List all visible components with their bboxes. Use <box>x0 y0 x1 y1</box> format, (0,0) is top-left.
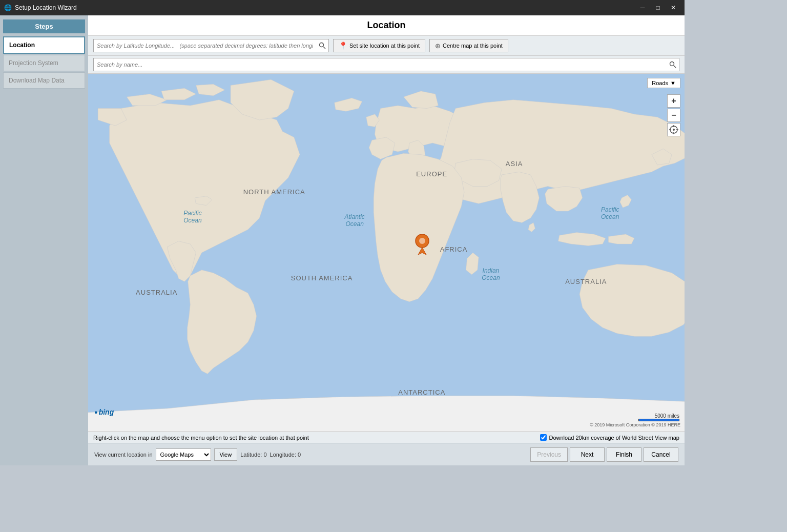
app-icon: 🌐 <box>4 4 12 11</box>
previous-button[interactable]: Previous <box>530 447 568 462</box>
zoom-in-button[interactable]: + <box>667 94 680 108</box>
set-site-button[interactable]: 📍 Set site location at this point <box>333 39 425 52</box>
sidebar: Steps Location Projection System Downloa… <box>0 15 88 465</box>
bing-logo: ● bing <box>94 408 114 416</box>
view-select[interactable]: Google MapsBing MapsOpenStreetMap <box>156 448 211 461</box>
locate-icon <box>669 125 678 134</box>
search-name-icon <box>669 61 676 68</box>
centre-map-button[interactable]: ⊕ Centre map at this point <box>429 39 508 52</box>
nav-buttons: Previous Next Finish Cancel <box>530 447 678 462</box>
app-title: Setup Location Wizard <box>15 4 77 11</box>
search-name-container <box>93 58 679 71</box>
locate-button[interactable] <box>667 123 680 136</box>
title-bar-left: 🌐 Setup Location Wizard <box>4 4 77 11</box>
svg-line-1 <box>323 47 325 49</box>
minimize-button[interactable]: ─ <box>635 2 650 13</box>
bottom-bar: View current location in Google MapsBing… <box>88 443 685 465</box>
sidebar-title: Steps <box>3 19 85 33</box>
svg-point-2 <box>670 62 674 66</box>
map-type-button[interactable]: Roads ▼ <box>647 78 680 88</box>
view-label: View current location in <box>94 452 153 458</box>
lat-lng-search-container <box>93 39 329 52</box>
maximize-button[interactable]: □ <box>651 2 665 13</box>
lat-lng-search-input[interactable] <box>94 43 316 49</box>
status-text: Right-click on the map and choose the me… <box>93 435 309 441</box>
search-name-bar <box>88 56 685 74</box>
latitude-display: Latitude: 0 <box>240 452 266 458</box>
sidebar-item-projection: Projection System <box>3 55 85 71</box>
title-bar-controls: ─ □ ✕ <box>635 2 680 13</box>
location-view: View current location in Google MapsBing… <box>94 448 301 461</box>
next-button[interactable]: Next <box>570 447 605 462</box>
map-container[interactable]: NORTH AMERICA SOUTH AMERICA EUROPE ASIA … <box>88 74 685 432</box>
main-container: Steps Location Projection System Downloa… <box>0 15 685 465</box>
cancel-button[interactable]: Cancel <box>644 447 678 462</box>
longitude-display: Longitude: 0 <box>270 452 301 458</box>
page-title: Location <box>367 20 406 31</box>
download-checkbox-label[interactable]: Download 20km coverage of World Street V… <box>540 434 679 441</box>
sidebar-item-location[interactable]: Location <box>3 36 85 54</box>
close-button[interactable]: ✕ <box>666 2 680 13</box>
map-copyright: © 2019 Microsoft Corporation © 2019 HERE <box>590 422 680 427</box>
search-name-button[interactable] <box>667 58 679 71</box>
toolbar: 📍 Set site location at this point ⊕ Cent… <box>88 36 685 56</box>
map-pin <box>415 234 430 256</box>
zoom-controls: + − <box>667 94 680 136</box>
scale-bar: 5000 miles <box>638 413 679 421</box>
content-header: Location <box>88 15 685 36</box>
scale-line <box>638 419 679 421</box>
status-bar: Right-click on the map and choose the me… <box>88 432 685 443</box>
search-name-input[interactable] <box>94 62 667 68</box>
svg-point-8 <box>673 129 675 131</box>
pin-svg <box>415 234 430 255</box>
chevron-down-icon: ▼ <box>670 80 676 86</box>
zoom-out-button[interactable]: − <box>667 109 680 122</box>
world-map-svg <box>88 74 685 432</box>
download-checkbox-input[interactable] <box>540 434 547 441</box>
svg-line-3 <box>674 66 676 68</box>
search-icon <box>319 42 326 49</box>
content-area: Location 📍 Set site location at this poi… <box>88 15 685 465</box>
finish-button[interactable]: Finish <box>607 447 641 462</box>
svg-point-0 <box>320 43 324 47</box>
svg-point-6 <box>419 238 425 244</box>
lat-lng-search-button[interactable] <box>316 39 328 52</box>
pin-icon: 📍 <box>339 42 347 50</box>
title-bar: 🌐 Setup Location Wizard ─ □ ✕ <box>0 0 685 15</box>
sidebar-item-download: Download Map Data <box>3 72 85 89</box>
target-icon: ⊕ <box>435 42 441 50</box>
view-button[interactable]: View <box>214 448 238 461</box>
